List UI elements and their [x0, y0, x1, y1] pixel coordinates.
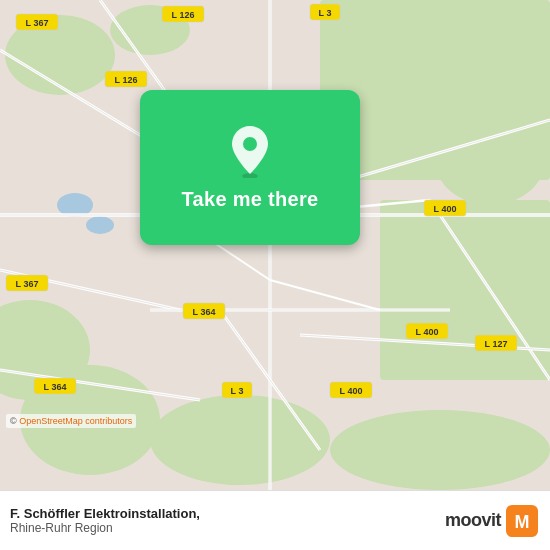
svg-text:M: M	[515, 512, 530, 532]
svg-text:L 364: L 364	[193, 307, 216, 317]
place-name: F. Schöffler Elektroinstallation,	[10, 506, 200, 521]
svg-text:L 400: L 400	[340, 386, 363, 396]
svg-point-12	[86, 216, 114, 234]
location-pin-icon	[228, 124, 272, 178]
take-me-there-button[interactable]: Take me there	[140, 90, 360, 245]
moovit-logo: moovit M	[445, 505, 538, 537]
svg-point-5	[435, 115, 545, 205]
svg-text:L 126: L 126	[172, 10, 195, 20]
osm-attribution: © OpenStreetMap contributors	[6, 414, 136, 428]
take-me-there-label: Take me there	[182, 188, 319, 211]
svg-text:L 367: L 367	[26, 18, 49, 28]
svg-point-4	[360, 30, 480, 130]
bottom-bar: F. Schöffler Elektroinstallation, Rhine-…	[0, 490, 550, 550]
svg-text:L 126: L 126	[115, 75, 138, 85]
svg-text:L 364: L 364	[44, 382, 67, 392]
svg-text:L 3: L 3	[231, 386, 244, 396]
svg-point-9	[150, 395, 330, 485]
moovit-m-icon: M	[506, 505, 538, 537]
svg-text:L 400: L 400	[434, 204, 457, 214]
svg-text:L 127: L 127	[485, 339, 508, 349]
map-area: L 367 L 126 L 3 L 126 L L 400 L 367 L 36…	[0, 0, 550, 490]
svg-point-10	[330, 410, 550, 490]
svg-text:L 3: L 3	[319, 8, 332, 18]
osm-text: ©	[10, 416, 19, 426]
svg-rect-6	[380, 200, 550, 380]
place-info: F. Schöffler Elektroinstallation, Rhine-…	[10, 506, 200, 535]
osm-link[interactable]: OpenStreetMap contributors	[19, 416, 132, 426]
svg-text:L 367: L 367	[16, 279, 39, 289]
svg-text:L 400: L 400	[416, 327, 439, 337]
place-region: Rhine-Ruhr Region	[10, 521, 200, 535]
svg-point-66	[243, 137, 257, 151]
moovit-text: moovit	[445, 510, 501, 531]
